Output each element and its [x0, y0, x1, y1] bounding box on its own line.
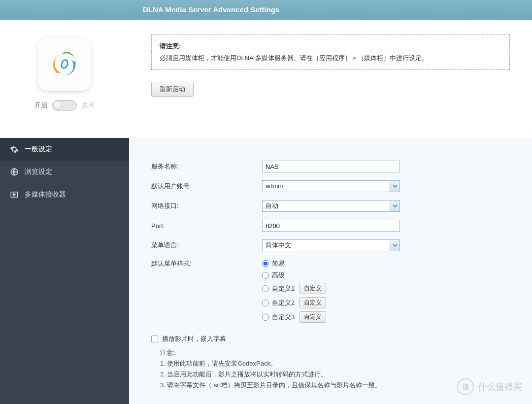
notice-box: 请注意: 必须启用媒体柜，才能使用DLNA 多媒体服务器。请在［应用程序］＞［媒…	[151, 34, 510, 70]
play-box-icon	[10, 190, 19, 199]
note-1: 1. 使用此功能前，请先安装CodexPack。	[160, 358, 510, 369]
radio-icon	[262, 285, 269, 292]
chevron-down-icon	[390, 181, 399, 192]
notes-block: 注意: 1. 使用此功能前，请先安装CodexPack。 2. 当启用此功能后，…	[151, 347, 510, 391]
interface-value: 自动	[263, 201, 390, 211]
menu-lang-select[interactable]: 简体中文	[262, 239, 400, 251]
sidebar-item-label: 浏览设定	[25, 168, 52, 176]
sidebar-item-label: 一般设定	[25, 145, 52, 154]
default-user-value: admin	[263, 181, 390, 192]
restart-button[interactable]: 重新启动	[151, 82, 194, 97]
radio-label[interactable]: 自定义2	[272, 299, 295, 307]
interface-label: 网络接口:	[151, 202, 262, 210]
settings-form: 服务名称: 默认用户账号: admin 网络接口: 自动	[129, 138, 532, 404]
page-banner: DLNA Media Server Advanced Settings	[0, 0, 532, 20]
radio-label: 高级	[272, 271, 285, 280]
service-name-label: 服务名称:	[151, 162, 262, 171]
sidebar-item-receiver[interactable]: 多媒体接收器	[0, 183, 129, 206]
custom1-button[interactable]: 自定义	[299, 283, 326, 294]
menu-style-option-advanced[interactable]: 高级	[262, 271, 326, 280]
menu-style-option-simple[interactable]: 简易	[262, 259, 326, 268]
toggle-off-label: 关闭	[82, 101, 95, 110]
globe-icon	[10, 168, 19, 176]
menu-style-label: 默认菜单样式:	[151, 259, 262, 268]
default-user-label: 默认用户账号:	[151, 182, 262, 191]
chevron-down-icon	[390, 201, 399, 211]
notes-heading: 注意:	[160, 347, 510, 358]
note-2: 2. 当启用此功能后，影片之播放将以实时转码的方式进行。	[160, 369, 510, 380]
power-toggle[interactable]	[52, 100, 77, 111]
note-3: 3. 请将字幕文件（.srt档）拷贝至影片目录内，且确保其名称与影片名称一致。	[160, 380, 510, 391]
port-label: Port:	[151, 222, 262, 230]
radio-icon	[262, 300, 269, 306]
sidebar-item-general[interactable]: 一般设定	[0, 138, 129, 161]
sidebar-nav: 一般设定 浏览设定 多媒体接收器	[0, 138, 129, 404]
radio-icon	[262, 260, 269, 267]
embed-subtitle-label: 播放影片时，嵌入字幕	[162, 335, 226, 343]
embed-subtitle-checkbox[interactable]	[151, 336, 158, 342]
menu-lang-value: 简体中文	[263, 240, 390, 251]
radio-label: 简易	[272, 259, 285, 268]
custom2-button[interactable]: 自定义	[299, 297, 326, 308]
svg-point-0	[61, 59, 69, 69]
toggle-on-label: 开启	[34, 101, 47, 110]
chevron-down-icon	[390, 240, 399, 251]
sidebar-item-browse[interactable]: 浏览设定	[0, 161, 129, 183]
default-user-select[interactable]: admin	[262, 180, 400, 192]
notice-body: 必须启用媒体柜，才能使用DLNA 多媒体服务器。请在［应用程序］＞［媒体柜］中进…	[160, 53, 501, 64]
radio-label[interactable]: 自定义3	[272, 313, 295, 322]
radio-icon	[262, 272, 269, 279]
banner-title: DLNA Media Server Advanced Settings	[143, 5, 279, 14]
interface-select[interactable]: 自动	[262, 200, 400, 212]
gear-icon	[10, 145, 19, 154]
app-logo	[37, 37, 92, 91]
custom3-button[interactable]: 自定义	[299, 311, 326, 323]
port-input[interactable]	[262, 220, 400, 232]
radio-label[interactable]: 自定义1	[272, 284, 295, 293]
swirl-icon	[47, 46, 82, 82]
radio-icon	[262, 314, 269, 321]
logo-area: 开启 关闭	[0, 20, 129, 138]
sidebar-item-label: 多媒体接收器	[25, 190, 66, 199]
service-name-input[interactable]	[262, 161, 400, 172]
notice-heading: 请注意:	[160, 41, 501, 52]
menu-lang-label: 菜单语言:	[151, 241, 262, 250]
